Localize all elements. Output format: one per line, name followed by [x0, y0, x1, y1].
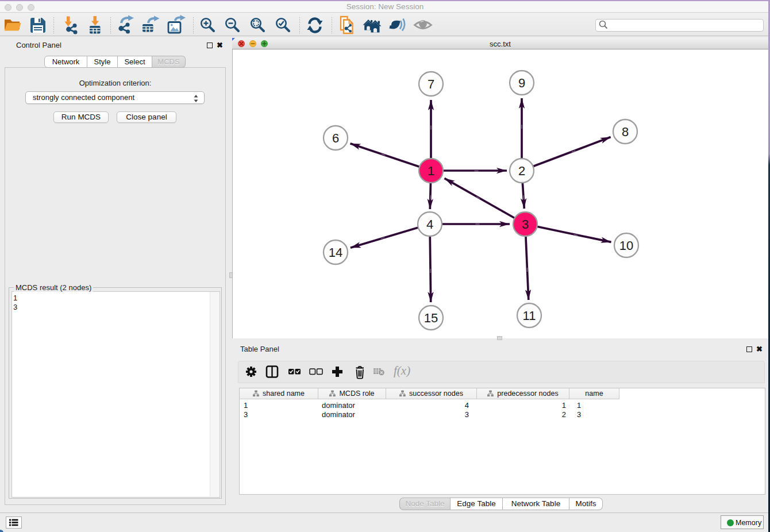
svg-text:3: 3	[522, 217, 529, 232]
svg-text:9: 9	[518, 76, 525, 90]
svg-text:4: 4	[426, 217, 433, 232]
svg-text:11: 11	[523, 309, 536, 323]
svg-text:1: 1	[428, 164, 434, 178]
svg-text:2: 2	[518, 164, 525, 178]
svg-text:8: 8	[622, 125, 629, 139]
svg-text:10: 10	[619, 238, 633, 253]
svg-text:15: 15	[424, 311, 438, 325]
svg-text:6: 6	[332, 131, 339, 145]
svg-text:7: 7	[428, 77, 434, 91]
svg-text:14: 14	[329, 245, 342, 260]
